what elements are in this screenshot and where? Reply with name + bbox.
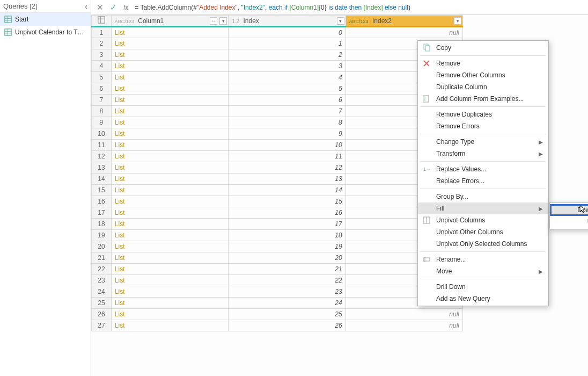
cell-index[interactable]: 0 bbox=[229, 27, 346, 38]
cell-column1[interactable]: List bbox=[111, 252, 228, 264]
row-number[interactable]: 12 bbox=[92, 151, 112, 162]
table-row[interactable]: 15List14null bbox=[92, 185, 463, 196]
row-number[interactable]: 11 bbox=[92, 140, 112, 151]
row-number[interactable]: 1 bbox=[92, 27, 112, 38]
cell-column1[interactable]: List bbox=[111, 196, 228, 207]
cell-column1[interactable]: List bbox=[111, 117, 228, 128]
cell-column1[interactable]: List bbox=[111, 185, 228, 196]
table-row[interactable]: 10List9null bbox=[92, 128, 463, 140]
menu-unpivot[interactable]: Unpivot Columns bbox=[418, 214, 548, 226]
menu-remove-dup[interactable]: Remove Duplicates bbox=[418, 109, 548, 120]
cell-column1[interactable]: List bbox=[111, 151, 228, 162]
cell-column1[interactable]: List bbox=[111, 207, 228, 219]
row-number[interactable]: 7 bbox=[92, 95, 112, 106]
cell-index[interactable]: 21 bbox=[229, 264, 346, 275]
cell-index[interactable]: 4 bbox=[229, 72, 346, 83]
filter-icon[interactable]: ▾ bbox=[454, 17, 461, 25]
table-row[interactable]: 21List20null bbox=[92, 252, 463, 264]
menu-replace-errors[interactable]: Replace Errors... bbox=[418, 175, 548, 187]
column-header-index[interactable]: 1.2 Index ▾ bbox=[229, 16, 346, 27]
table-row[interactable]: 6List5null bbox=[92, 83, 463, 95]
table-row[interactable]: 24List23null bbox=[92, 286, 463, 298]
table-row[interactable]: 4List3null bbox=[92, 61, 463, 72]
row-number[interactable]: 5 bbox=[92, 72, 112, 83]
table-row[interactable]: 19List18null bbox=[92, 230, 463, 241]
cell-index[interactable]: 18 bbox=[229, 230, 346, 241]
menu-unpivot-other[interactable]: Unpivot Other Columns bbox=[418, 226, 548, 238]
cell-column1[interactable]: List bbox=[111, 95, 228, 106]
cell-index[interactable]: 16 bbox=[229, 207, 346, 219]
menu-rename[interactable]: Rename... bbox=[418, 254, 548, 265]
row-number[interactable]: 10 bbox=[92, 128, 112, 140]
menu-unpivot-selected[interactable]: Unpivot Only Selected Columns bbox=[418, 238, 548, 250]
filter-icon[interactable]: ▾ bbox=[337, 17, 344, 25]
table-row[interactable]: 18List17null bbox=[92, 219, 463, 230]
menu-fill[interactable]: Fill▶ bbox=[418, 203, 548, 214]
row-number[interactable]: 15 bbox=[92, 185, 112, 196]
row-number[interactable]: 21 bbox=[92, 252, 112, 264]
cancel-formula-icon[interactable]: ✕ bbox=[97, 3, 104, 12]
table-row[interactable]: 8List7null bbox=[92, 106, 463, 117]
cell-column1[interactable]: List bbox=[111, 298, 228, 309]
cell-column1[interactable]: List bbox=[111, 241, 228, 252]
row-number[interactable]: 26 bbox=[92, 309, 112, 320]
row-number[interactable]: 14 bbox=[92, 173, 112, 185]
cell-index[interactable]: 9 bbox=[229, 128, 346, 140]
table-row[interactable]: 11List10null bbox=[92, 140, 463, 151]
row-number[interactable]: 24 bbox=[92, 286, 112, 298]
row-number[interactable]: 19 bbox=[92, 230, 112, 241]
table-row[interactable]: 9List8null bbox=[92, 117, 463, 128]
cell-index[interactable]: 19 bbox=[229, 241, 346, 252]
menu-remove-other[interactable]: Remove Other Columns bbox=[418, 69, 548, 81]
cell-column1[interactable]: List bbox=[111, 219, 228, 230]
row-number[interactable]: 18 bbox=[92, 219, 112, 230]
menu-drill-down[interactable]: Drill Down bbox=[418, 281, 548, 293]
cell-column1[interactable]: List bbox=[111, 320, 228, 331]
row-number[interactable]: 23 bbox=[92, 275, 112, 286]
cell-column1[interactable]: List bbox=[111, 173, 228, 185]
table-row[interactable]: 27List26null bbox=[92, 320, 463, 331]
accept-formula-icon[interactable]: ✓ bbox=[110, 3, 117, 12]
column-header-index2[interactable]: ABC/123 Index2 ▾ bbox=[346, 16, 462, 27]
expand-icon[interactable]: ↔ bbox=[210, 17, 217, 25]
menu-remove-err[interactable]: Remove Errors bbox=[418, 120, 548, 132]
table-row[interactable]: 12List11null bbox=[92, 151, 463, 162]
cell-index[interactable]: 7 bbox=[229, 106, 346, 117]
cell-column1[interactable]: List bbox=[111, 230, 228, 241]
cell-column1[interactable]: List bbox=[111, 264, 228, 275]
cell-column1[interactable]: List bbox=[111, 140, 228, 151]
cell-index[interactable]: 20 bbox=[229, 252, 346, 264]
table-row[interactable]: 14List13null bbox=[92, 173, 463, 185]
row-number[interactable]: 16 bbox=[92, 196, 112, 207]
menu-move[interactable]: Move▶ bbox=[418, 265, 548, 277]
cell-column1[interactable]: List bbox=[111, 38, 228, 49]
cell-column1[interactable]: List bbox=[111, 275, 228, 286]
cell-index2[interactable]: null bbox=[346, 320, 462, 331]
menu-add-from-examples[interactable]: Add Column From Examples... bbox=[418, 93, 548, 105]
cell-column1[interactable]: List bbox=[111, 106, 228, 117]
cell-index[interactable]: 17 bbox=[229, 219, 346, 230]
row-number[interactable]: 9 bbox=[92, 117, 112, 128]
row-number[interactable]: 27 bbox=[92, 320, 112, 331]
table-row[interactable]: 20List19null bbox=[92, 241, 463, 252]
cell-index[interactable]: 11 bbox=[229, 151, 346, 162]
cell-index[interactable]: 14 bbox=[229, 185, 346, 196]
table-row[interactable]: 17List16null bbox=[92, 207, 463, 219]
cell-index[interactable]: 1 bbox=[229, 38, 346, 49]
cell-index[interactable]: 15 bbox=[229, 196, 346, 207]
cell-index[interactable]: 22 bbox=[229, 275, 346, 286]
row-number[interactable]: 4 bbox=[92, 61, 112, 72]
table-row[interactable]: 5List4null bbox=[92, 72, 463, 83]
column-header-column1[interactable]: ABC/123 Column1 ↔ ▾ bbox=[111, 16, 228, 27]
menu-change-type[interactable]: Change Type▶ bbox=[418, 136, 548, 148]
cell-index[interactable]: 25 bbox=[229, 309, 346, 320]
query-item-start[interactable]: Start bbox=[0, 13, 91, 26]
cell-index[interactable]: 2 bbox=[229, 49, 346, 61]
row-number[interactable]: 25 bbox=[92, 298, 112, 309]
submenu-up[interactable]: Up bbox=[550, 216, 588, 228]
row-number[interactable]: 22 bbox=[92, 264, 112, 275]
cell-index[interactable]: 8 bbox=[229, 117, 346, 128]
row-number[interactable]: 13 bbox=[92, 162, 112, 173]
cell-column1[interactable]: List bbox=[111, 128, 228, 140]
filter-icon[interactable]: ▾ bbox=[219, 17, 227, 25]
